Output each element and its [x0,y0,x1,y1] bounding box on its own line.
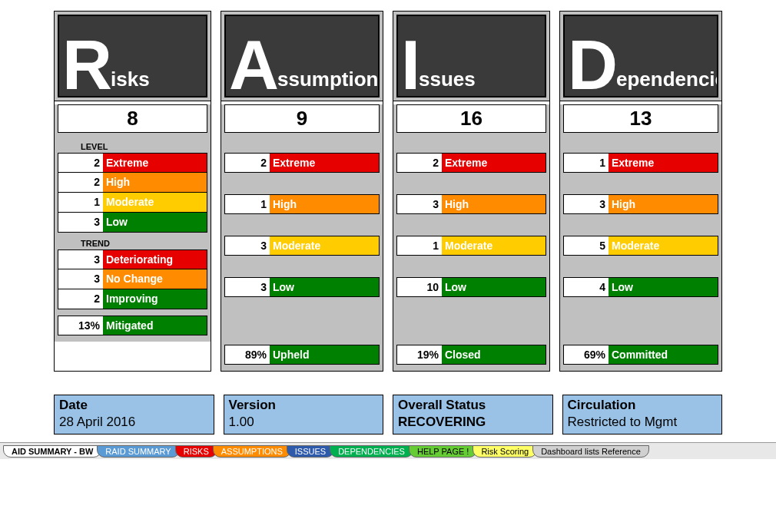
sheet-tab[interactable]: Risk Scoring [473,445,537,458]
trend-row: 2Improving [58,289,207,309]
level-count: 2 [225,154,270,172]
raid-column: Risks 8 LEVEL2Extreme2High1Moderate3LowT… [54,11,211,372]
level-count: 3 [397,195,442,213]
sheet-tab[interactable]: Dashboard lists Reference [532,445,649,458]
column-header: Issues [393,12,549,101]
level-label: Extreme [103,154,207,172]
level-row: 3Moderate [224,236,380,256]
sheet-tab[interactable]: ISSUES [287,445,334,458]
summary-label: Closed [442,345,546,364]
level-label: Moderate [609,236,718,255]
column-letter: R [59,40,112,92]
level-count: 10 [397,278,442,296]
trend-count: 3 [58,269,103,289]
trend-header: TREND [55,233,211,249]
sheet-tab[interactable]: RAID SUMMARY [97,445,179,458]
column-letter: D [565,40,618,92]
column-letter: A [226,40,279,92]
info-date-value: 28 April 2016 [59,414,209,431]
level-count: 2 [397,154,442,172]
info-circ-label: Circulation [568,397,718,414]
level-label: Extreme [442,154,546,172]
raid-column: Issues 16 2Extreme3High1Moderate10Low 19… [393,11,550,372]
sheet-tabs: AID SUMMARY - BWRAID SUMMARYRISKSASSUMPT… [0,442,776,459]
trend-count: 2 [58,289,103,309]
level-label: High [270,195,379,213]
summary-pct: 69% [564,345,609,364]
level-count: 4 [564,278,609,296]
level-label: Extreme [609,154,718,172]
level-row: 5Moderate [563,236,718,256]
info-version: Version 1.00 [224,395,384,435]
sheet-tab[interactable]: ASSUMPTIONS [213,445,291,458]
level-count: 1 [564,154,609,172]
column-body: 16 2Extreme3High1Moderate10Low 19% Close… [393,104,549,371]
column-header-inner: Issues [396,15,546,97]
level-row: 2Extreme [224,153,380,173]
trend-row: 3No Change [58,269,207,289]
column-header-inner: Dependencies [563,15,718,97]
column-header-inner: Risks [58,15,207,97]
info-date: Date 28 April 2016 [54,395,214,435]
level-row: 1Moderate [396,236,546,256]
level-label: Moderate [270,236,379,255]
sheet-tab[interactable]: RISKS [175,445,217,458]
raid-dashboard: Risks 8 LEVEL2Extreme2High1Moderate3LowT… [0,0,776,379]
level-label: High [103,173,207,192]
summary-pct: 19% [397,345,442,364]
column-letter: I [398,40,420,92]
summary-pct: 89% [225,345,270,364]
level-row: 2High [58,173,207,193]
summary-row: 89% Upheld [224,345,380,365]
level-row: 1Extreme [563,153,718,173]
column-body: 9 2Extreme1High3Moderate3Low 89% Upheld [221,104,383,371]
level-count: 1 [58,193,103,212]
column-count: 16 [396,104,546,133]
raid-column: Dependencies 13 1Extreme3High5Moderate4L… [559,11,722,372]
sheet-tab[interactable]: DEPENDENCIES [330,445,413,458]
level-row: 1High [224,194,380,214]
column-body: 8 LEVEL2Extreme2High1Moderate3LowTREND3D… [55,104,211,342]
info-date-label: Date [59,397,209,414]
column-count: 9 [224,104,380,133]
raid-column: Assumptions 9 2Extreme1High3Moderate3Low… [221,11,383,372]
trend-row: 3Deteriorating [58,249,207,269]
level-count: 2 [58,173,103,192]
column-rest: ssues [419,68,476,91]
level-count: 3 [564,195,609,213]
level-label: Moderate [442,236,546,255]
summary-label: Mitigated [103,316,207,335]
column-rest: isks [111,68,150,91]
level-header: LEVEL [55,136,211,153]
summary-row: 69% Committed [563,345,718,365]
column-rest: ependencies [616,68,718,91]
level-label: Low [270,278,379,296]
level-count: 3 [58,213,103,232]
level-count: 1 [397,236,442,255]
info-status-value: RECOVERING [398,414,548,431]
trend-label: Improving [103,289,207,309]
info-circulation: Circulation Restricted to Mgmt [562,395,723,435]
column-body: 13 1Extreme3High5Moderate4Low 69% Commit… [560,104,721,371]
column-header: Dependencies [560,12,721,101]
sheet-tab[interactable]: HELP PAGE ! [409,445,477,458]
column-header-inner: Assumptions [224,15,380,97]
column-header: Risks [55,12,211,101]
level-label: Low [609,278,718,296]
trend-count: 3 [58,250,103,269]
column-header: Assumptions [221,12,383,101]
level-label: Extreme [270,154,379,172]
summary-row: 13% Mitigated [58,316,207,335]
sheet-tab[interactable]: AID SUMMARY - BW [3,445,101,458]
column-rest: ssumptions [277,68,380,91]
info-version-label: Version [229,397,379,414]
level-row: 2Extreme [396,153,546,173]
level-row: 1Moderate [58,193,207,213]
level-label: Moderate [103,193,207,212]
column-count: 8 [58,104,207,133]
level-label: Low [103,213,207,232]
level-label: High [442,195,546,213]
level-count: 2 [58,154,103,172]
level-row: 3Low [58,213,207,233]
info-status-label: Overall Status [398,397,548,414]
